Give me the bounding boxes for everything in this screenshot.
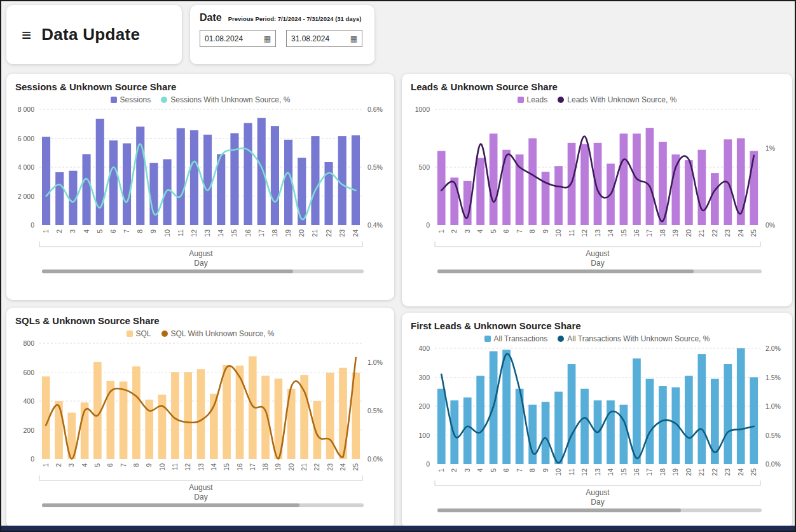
legend-item[interactable]: Sessions <box>111 95 151 104</box>
bar-day-17[interactable] <box>646 128 654 225</box>
bar-day-17[interactable] <box>646 379 654 464</box>
bar-day-9[interactable] <box>149 163 158 225</box>
bar-day-13[interactable] <box>197 369 205 459</box>
legend-item[interactable]: SQL With Unknown Source, % <box>161 329 275 338</box>
bar-day-16[interactable] <box>633 358 641 464</box>
x-axis-tick-label: 23 <box>724 229 731 237</box>
x-axis-tick-label: 14 <box>607 468 614 476</box>
bar-day-8[interactable] <box>132 366 141 459</box>
bar-day-1[interactable] <box>42 137 50 225</box>
x-axis-tick-label: 17 <box>645 468 653 476</box>
trend-line[interactable] <box>46 144 356 220</box>
bar-day-9[interactable] <box>542 402 550 464</box>
x-axis-tick-label: 12 <box>580 468 588 476</box>
scrollbar-thumb[interactable] <box>437 269 694 273</box>
bar-day-2[interactable] <box>55 401 63 459</box>
bar-day-25[interactable] <box>750 151 758 226</box>
x-axis-tick-label: 12 <box>190 229 198 237</box>
legend-item[interactable]: Leads <box>518 95 548 104</box>
bar-day-8[interactable] <box>136 126 144 225</box>
bar-day-9[interactable] <box>542 172 550 225</box>
y-axis-tick-label: 4 000 <box>18 163 34 171</box>
bar-day-6[interactable] <box>109 140 118 225</box>
bar-day-15[interactable] <box>620 405 628 464</box>
bar-day-18[interactable] <box>659 386 667 464</box>
scrollbar-thumb[interactable] <box>437 508 681 512</box>
bar-day-4[interactable] <box>476 158 484 225</box>
calendar-icon[interactable]: ▦ <box>350 34 357 43</box>
bar-day-21[interactable] <box>311 136 319 225</box>
bar-day-10[interactable] <box>554 392 563 464</box>
bar-day-3[interactable] <box>463 397 472 464</box>
legend-item[interactable]: Sessions With Unknown Source, % <box>161 95 290 104</box>
bar-day-7[interactable] <box>123 144 131 226</box>
date-from-input[interactable]: 01.08.2024 ▦ <box>200 30 276 47</box>
calendar-icon[interactable]: ▦ <box>264 34 271 43</box>
bar-day-1[interactable] <box>437 389 446 464</box>
bar-day-2[interactable] <box>450 177 458 225</box>
bar-day-6[interactable] <box>502 350 511 464</box>
bar-day-11[interactable] <box>568 364 576 464</box>
bar-day-22[interactable] <box>325 162 333 225</box>
x-axis-tick-label: 22 <box>313 463 320 471</box>
bar-day-24[interactable] <box>352 135 360 225</box>
legend-label: All Transactions With Unknown Source, % <box>567 334 710 343</box>
bar-day-23[interactable] <box>724 364 732 464</box>
chart-scrollbar[interactable] <box>437 508 762 512</box>
bar-day-5[interactable] <box>490 133 498 225</box>
bar-day-25[interactable] <box>750 378 758 465</box>
bar-day-15[interactable] <box>620 133 628 225</box>
legend-item[interactable]: SQL <box>127 329 151 338</box>
previous-period-text: Previous Period: 7/1/2024 - 7/31/2024 (3… <box>228 15 362 22</box>
bar-day-21[interactable] <box>698 354 706 464</box>
legend-item[interactable]: All Transactions <box>484 334 548 343</box>
bar-day-2[interactable] <box>450 400 458 464</box>
y-axis-tick-label: 400 <box>23 397 34 405</box>
chart-scrollbar[interactable] <box>437 269 762 273</box>
legend-item[interactable]: All Transactions With Unknown Source, % <box>558 334 710 343</box>
bar-day-16[interactable] <box>244 123 252 225</box>
scrollbar-thumb[interactable] <box>42 503 299 507</box>
bar-day-15[interactable] <box>223 365 231 459</box>
bar-day-17[interactable] <box>257 118 266 225</box>
bar-day-14[interactable] <box>607 400 615 464</box>
bar-day-22[interactable] <box>313 401 322 459</box>
bar-day-18[interactable] <box>271 126 279 225</box>
bar-day-4[interactable] <box>476 376 484 464</box>
bar-day-8[interactable] <box>528 405 537 464</box>
bar-day-13[interactable] <box>203 135 212 225</box>
bar-day-23[interactable] <box>326 373 334 459</box>
x-axis-tick-label: 13 <box>197 463 205 471</box>
bar-day-10[interactable] <box>554 166 563 225</box>
date-to-input[interactable]: 31.08.2024 ▦ <box>286 30 362 47</box>
chart-scrollbar[interactable] <box>42 503 364 507</box>
bar-day-10[interactable] <box>163 160 172 226</box>
bar-day-4[interactable] <box>83 154 91 226</box>
bar-day-11[interactable] <box>177 128 185 225</box>
bar-day-16[interactable] <box>236 365 244 459</box>
bar-day-12[interactable] <box>580 389 589 464</box>
bar-day-14[interactable] <box>210 394 218 459</box>
bar-day-10[interactable] <box>158 395 167 459</box>
x-axis-tick-label: 20 <box>685 229 692 237</box>
legend-item[interactable]: Leads With Unknown Source, % <box>558 95 676 104</box>
bar-day-12[interactable] <box>184 372 192 460</box>
chart-scrollbar[interactable] <box>42 269 364 273</box>
bar-day-19[interactable] <box>672 154 680 225</box>
bar-day-23[interactable] <box>338 136 347 225</box>
bar-day-22[interactable] <box>711 173 719 225</box>
bar-day-5[interactable] <box>96 119 104 225</box>
bar-day-24[interactable] <box>737 348 745 464</box>
chart-card-leads: Leads & Unknown Source Share Leads Leads… <box>402 74 792 306</box>
menu-icon[interactable]: ≡ <box>22 27 31 43</box>
bar-day-21[interactable] <box>698 150 706 225</box>
bar-day-2[interactable] <box>55 172 64 225</box>
bar-day-7[interactable] <box>120 381 128 459</box>
bar-day-13[interactable] <box>594 143 602 225</box>
bar-day-12[interactable] <box>190 130 198 225</box>
bar-day-8[interactable] <box>528 139 537 226</box>
bar-day-15[interactable] <box>230 133 238 226</box>
bar-day-12[interactable] <box>580 144 589 225</box>
scrollbar-thumb[interactable] <box>42 269 293 273</box>
bar-day-20[interactable] <box>685 376 693 464</box>
